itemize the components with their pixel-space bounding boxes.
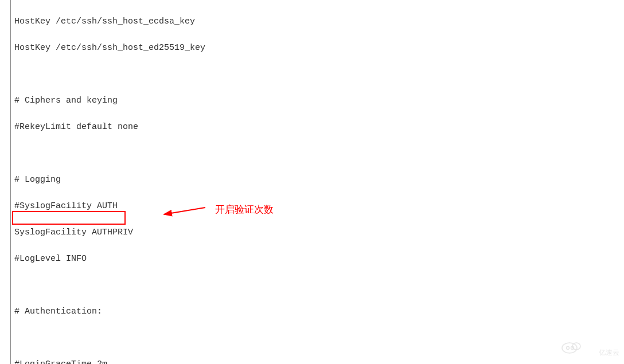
config-line: #RekeyLimit default none [14,120,624,134]
config-line: HostKey /etc/ssh/ssh_host_ecdsa_key [14,15,624,28]
config-line: HostKey /etc/ssh/ssh_host_ed25519_key [14,41,624,54]
config-line: SyslogFacility AUTHPRIV [14,226,624,239]
config-line [14,68,624,81]
editor-left-border [10,0,11,364]
config-line: #LoginGraceTime 2m [14,358,624,364]
config-line [14,147,624,160]
config-line [14,279,624,292]
config-line: # Logging [14,173,624,186]
config-line: # Authentication: [14,305,624,318]
config-line: #LogLevel INFO [14,252,624,265]
config-file-content: HostKey /etc/ssh/ssh_host_ecdsa_key Host… [0,0,624,364]
config-line: # Ciphers and keying [14,94,624,107]
config-line [14,331,624,345]
config-line: #SyslogFacility AUTH [14,199,624,213]
